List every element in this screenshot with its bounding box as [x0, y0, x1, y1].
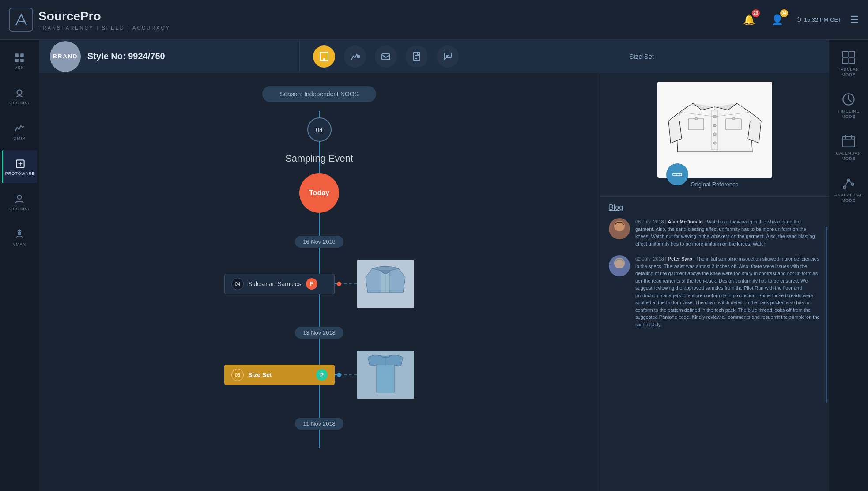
- logo-area: SourcePro TRANSPARENCY | SPEED | ACCURAC…: [9, 8, 170, 32]
- logo-icon: [9, 8, 33, 32]
- event-number-circle: 04: [307, 117, 332, 142]
- svg-rect-27: [726, 119, 741, 130]
- f-badge: F: [306, 278, 317, 290]
- timeline-icon: [842, 92, 856, 106]
- blog-text-2: 02 July, 2018 | Peter Sarp : The initial…: [635, 255, 820, 328]
- tabular-icon: [842, 50, 856, 64]
- left-sidebar: VSN QUONDA QMIP PROTOWARE QUONDA: [0, 40, 39, 491]
- app-name: SourcePro: [38, 9, 170, 23]
- protoware-label: PROTOWARE: [5, 171, 35, 176]
- image-caption: Original Reference: [691, 181, 738, 188]
- main-content: BRAND Style No: 9924/750: [39, 40, 829, 491]
- connector-dot-blue: [337, 373, 341, 377]
- size-set-thumbnail: [357, 351, 414, 399]
- chat-button[interactable]: [437, 45, 459, 68]
- sidebar-item-tabular[interactable]: TABULARMODE: [831, 44, 866, 84]
- time-display: ⏱15:32 PM CET: [796, 16, 842, 23]
- p-badge: P: [316, 369, 328, 381]
- bell-notification-button[interactable]: 🔔 23: [740, 10, 759, 30]
- quonda1-label: QUONDA: [9, 101, 30, 105]
- product-image-area: Original Reference: [600, 73, 829, 196]
- blog-entry-2: 02 July, 2018 | Peter Sarp : The initial…: [609, 255, 820, 328]
- measure-fab-button[interactable]: [666, 163, 688, 185]
- season-tag: Season: Independent NOOS: [262, 86, 376, 102]
- timeline-section[interactable]: Season: Independent NOOS 04 Sampling Eve…: [39, 73, 600, 491]
- svg-rect-11: [849, 58, 855, 64]
- brand-badge: BRAND: [50, 41, 81, 72]
- svg-point-24: [713, 133, 716, 136]
- right-sidebar: TABULARMODE TIMELINEMODE CALENDAR MODE A…: [829, 40, 868, 491]
- calendar-label: CALENDAR MODE: [831, 151, 866, 161]
- bell-badge: 23: [752, 9, 760, 17]
- dashed-connector: [339, 283, 357, 284]
- size-set-dashed: [339, 374, 357, 375]
- svg-rect-9: [849, 52, 855, 57]
- svg-point-4: [17, 90, 22, 94]
- blog-text-1: 06 July, 2018 | Alan McDonald : Watch ou…: [635, 218, 820, 247]
- blog-entry-1: 06 July, 2018 | Alan McDonald : Watch ou…: [609, 218, 820, 247]
- quonda2-label: QUONDA: [9, 207, 30, 211]
- svg-rect-8: [842, 52, 848, 57]
- blog-section[interactable]: Blog 06 July, 2018: [600, 196, 829, 491]
- sidebar-item-calendar[interactable]: CALENDAR MODE: [831, 128, 866, 168]
- chart-view-button[interactable]: [344, 45, 366, 68]
- sidebar-item-vsn[interactable]: VSN: [2, 44, 37, 77]
- size-set-connector: [335, 374, 339, 375]
- connector-dot-red: [337, 282, 341, 286]
- connector: [335, 283, 339, 284]
- svg-point-23: [713, 124, 716, 127]
- svg-rect-10: [842, 58, 848, 64]
- quonda2-icon: [14, 193, 25, 205]
- svg-point-28: [695, 117, 697, 120]
- app-header: SourcePro TRANSPARENCY | SPEED | ACCURAC…: [0, 0, 868, 40]
- quonda1-icon: [14, 87, 25, 99]
- user-badge: 04: [780, 9, 788, 17]
- email-button[interactable]: [375, 45, 397, 68]
- qmip-label: QMIP: [13, 136, 25, 140]
- vsn-label: VSN: [15, 65, 24, 70]
- tabular-label: TABULARMODE: [838, 67, 859, 77]
- size-set-label-text: Size Set: [248, 371, 312, 378]
- size-set-num: 03: [231, 369, 244, 381]
- date-tag-nov11: 11 Nov 2018: [295, 418, 343, 430]
- svg-rect-3: [20, 59, 24, 62]
- calendar-icon: [842, 134, 856, 148]
- salesman-samples-box[interactable]: 04 Salesman Samples F: [224, 274, 335, 294]
- svg-point-6: [18, 195, 22, 199]
- header-right: 🔔 23 👤 04 ⏱15:32 PM CET ☰: [740, 10, 859, 30]
- sidebar-item-quonda2[interactable]: QUONDA: [2, 185, 37, 219]
- qmip-icon: [14, 123, 25, 134]
- timeline-label: TIMELINEMODE: [838, 109, 860, 119]
- today-bubble: Today: [299, 173, 339, 213]
- svg-rect-20: [382, 54, 390, 60]
- svg-rect-2: [15, 59, 19, 62]
- svg-rect-0: [15, 53, 19, 57]
- sidebar-item-analytical[interactable]: ANALYTICALMODE: [831, 170, 866, 210]
- scrollbar-thumb[interactable]: [826, 227, 827, 403]
- tablet-view-button[interactable]: [313, 45, 335, 68]
- blog-avatar-1: [609, 218, 630, 239]
- analytical-label: ANALYTICALMODE: [834, 193, 863, 203]
- sidebar-item-protoware[interactable]: PROTOWARE: [2, 150, 37, 183]
- style-number: Style No: 9924/750: [87, 51, 165, 61]
- tagline: TRANSPARENCY | SPEED | ACCURACY: [38, 25, 170, 30]
- event-name: Sampling Event: [285, 153, 353, 164]
- user-notification-button[interactable]: 👤 04: [768, 10, 787, 30]
- protoware-icon: [15, 158, 26, 170]
- analytical-icon: [842, 176, 856, 190]
- date-tag-nov13: 13 Nov 2018: [295, 327, 343, 339]
- sidebar-item-qmip[interactable]: QMIP: [2, 115, 37, 148]
- product-sketch: [657, 82, 772, 178]
- svg-rect-13: [842, 137, 854, 147]
- size-set-row: 03 Size Set P: [165, 351, 474, 399]
- sidebar-item-quonda1[interactable]: QUONDA: [2, 79, 37, 113]
- vman-icon: [14, 229, 25, 240]
- blog-title: Blog: [609, 204, 820, 212]
- hamburger-menu-button[interactable]: ☰: [850, 14, 859, 26]
- svg-rect-1: [20, 53, 24, 57]
- sidebar-item-vman[interactable]: VMAN: [2, 221, 37, 254]
- size-set-box[interactable]: 03 Size Set P: [224, 365, 335, 385]
- sidebar-item-timeline[interactable]: TIMELINEMODE: [831, 86, 866, 126]
- pdf-button[interactable]: [406, 45, 428, 68]
- svg-point-19: [357, 55, 359, 57]
